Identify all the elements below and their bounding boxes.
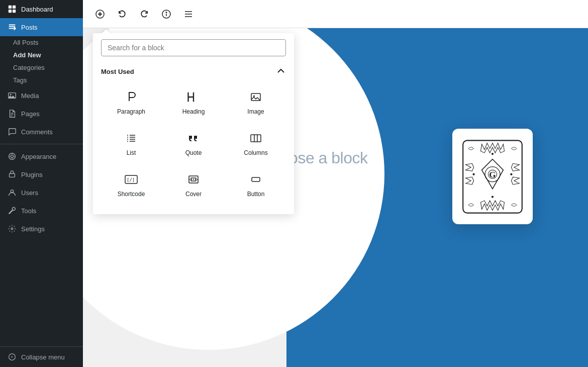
comments-icon <box>7 127 17 137</box>
columns-block-label: Columns <box>244 149 267 156</box>
sidebar-item-media[interactable]: Media <box>0 86 83 105</box>
paragraph-block-icon <box>125 90 137 104</box>
plugins-icon <box>7 169 17 179</box>
sidebar-label-tools: Tools <box>21 207 36 215</box>
shortcode-block-label: Shortcode <box>118 191 145 198</box>
redo-button[interactable] <box>135 5 153 23</box>
sidebar-item-tools[interactable]: Tools <box>0 202 83 220</box>
block-grid: Paragraph Heading <box>93 80 294 206</box>
block-search-input[interactable] <box>101 39 286 56</box>
block-item-heading[interactable]: Heading <box>163 82 224 122</box>
svg-point-14 <box>11 228 13 230</box>
tools-icon <box>7 206 17 216</box>
svg-rect-1 <box>13 6 16 9</box>
svg-rect-0 <box>9 6 12 9</box>
block-item-columns[interactable]: Columns <box>226 124 286 163</box>
editor-background: choose a block <box>83 28 588 367</box>
users-icon <box>7 188 17 198</box>
svg-point-21 <box>166 12 167 13</box>
list-view-button[interactable] <box>179 5 198 23</box>
sidebar-label-pages: Pages <box>21 110 40 118</box>
inserter-arrow <box>102 29 110 33</box>
collapse-menu-label: Collapse menu <box>21 353 65 361</box>
editor-topbar <box>83 0 588 28</box>
dashboard-icon <box>7 4 17 14</box>
quote-block-icon <box>187 131 200 145</box>
columns-block-icon <box>250 131 262 145</box>
block-item-shortcode[interactable]: [/] Shortcode <box>101 165 161 204</box>
svg-point-31 <box>472 173 474 175</box>
decorative-logo-svg: G <box>460 138 525 216</box>
heading-block-icon <box>186 90 201 104</box>
heading-block-label: Heading <box>182 108 205 115</box>
shortcode-block-icon: [/] <box>124 172 138 187</box>
sidebar-item-settings[interactable]: Settings <box>0 220 83 238</box>
list-block-label: List <box>127 149 136 156</box>
sidebar-item-categories[interactable]: Categories <box>0 61 83 74</box>
svg-text:G: G <box>489 170 496 179</box>
sidebar-item-tags[interactable]: Tags <box>0 74 83 86</box>
decorative-card: G <box>452 129 533 224</box>
sidebar-item-users[interactable]: Users <box>0 184 83 202</box>
sidebar-item-add-new[interactable]: Add New <box>0 49 83 61</box>
add-block-button[interactable] <box>91 5 109 23</box>
svg-point-34 <box>253 96 255 97</box>
sidebar-item-all-posts[interactable]: All Posts <box>0 36 83 49</box>
sidebar: Dashboard Posts All Posts Add New Catego… <box>0 0 83 367</box>
svg-point-6 <box>9 153 16 160</box>
sidebar-item-appearance[interactable]: Appearance <box>0 147 83 165</box>
block-item-button[interactable]: Button <box>226 165 286 204</box>
most-used-section-header: Most Used <box>93 62 294 80</box>
list-block-icon <box>125 131 137 145</box>
editor-main: choose a block <box>83 0 588 367</box>
settings-icon <box>7 224 17 234</box>
sidebar-item-posts[interactable]: Posts <box>0 18 83 36</box>
block-item-image[interactable]: Image <box>226 82 286 122</box>
collapse-icon <box>7 352 17 362</box>
pages-icon <box>7 109 17 119</box>
appearance-icon <box>7 151 17 161</box>
image-block-icon <box>250 90 262 104</box>
info-button[interactable] <box>157 5 175 23</box>
collapse-menu-button[interactable]: Collapse menu <box>0 346 83 367</box>
svg-rect-51 <box>252 177 260 181</box>
svg-rect-3 <box>13 10 16 13</box>
svg-point-32 <box>510 173 512 175</box>
svg-point-13 <box>11 190 13 193</box>
sidebar-label-comments: Comments <box>21 128 53 136</box>
cover-block-label: Cover <box>185 191 202 198</box>
block-item-cover[interactable]: Cover <box>163 165 224 204</box>
sidebar-divider <box>0 144 83 144</box>
block-item-list[interactable]: List <box>101 124 161 163</box>
block-item-paragraph[interactable]: Paragraph <box>101 82 161 122</box>
sidebar-item-pages[interactable]: Pages <box>0 105 83 123</box>
sidebar-label-plugins: Plugins <box>21 171 43 178</box>
inserter-search-area <box>93 33 294 62</box>
block-item-quote[interactable]: Quote <box>163 124 224 163</box>
image-block-label: Image <box>247 108 264 115</box>
most-used-toggle-button[interactable] <box>276 66 286 76</box>
paragraph-block-label: Paragraph <box>117 108 145 115</box>
sidebar-label-posts: Posts <box>21 24 38 31</box>
most-used-label: Most Used <box>101 68 134 75</box>
svg-point-29 <box>492 152 494 154</box>
sidebar-item-dashboard[interactable]: Dashboard <box>0 0 83 18</box>
svg-point-5 <box>10 94 12 96</box>
svg-rect-43 <box>251 135 261 142</box>
undo-button[interactable] <box>113 5 131 23</box>
svg-point-7 <box>11 155 13 157</box>
sidebar-item-plugins[interactable]: Plugins <box>0 165 83 184</box>
block-inserter-popup: Most Used Paragraph <box>93 33 294 214</box>
svg-rect-12 <box>10 173 15 177</box>
media-icon <box>7 90 17 101</box>
sidebar-label-media: Media <box>21 92 39 100</box>
sidebar-label-users: Users <box>21 189 38 197</box>
sidebar-item-comments[interactable]: Comments <box>0 123 83 141</box>
quote-block-label: Quote <box>185 149 202 156</box>
button-block-icon <box>250 172 262 187</box>
sidebar-label-dashboard: Dashboard <box>21 6 53 13</box>
sidebar-label-settings: Settings <box>21 225 45 233</box>
cover-block-icon <box>187 172 200 187</box>
sidebar-label-appearance: Appearance <box>21 153 56 160</box>
button-block-label: Button <box>247 191 265 198</box>
